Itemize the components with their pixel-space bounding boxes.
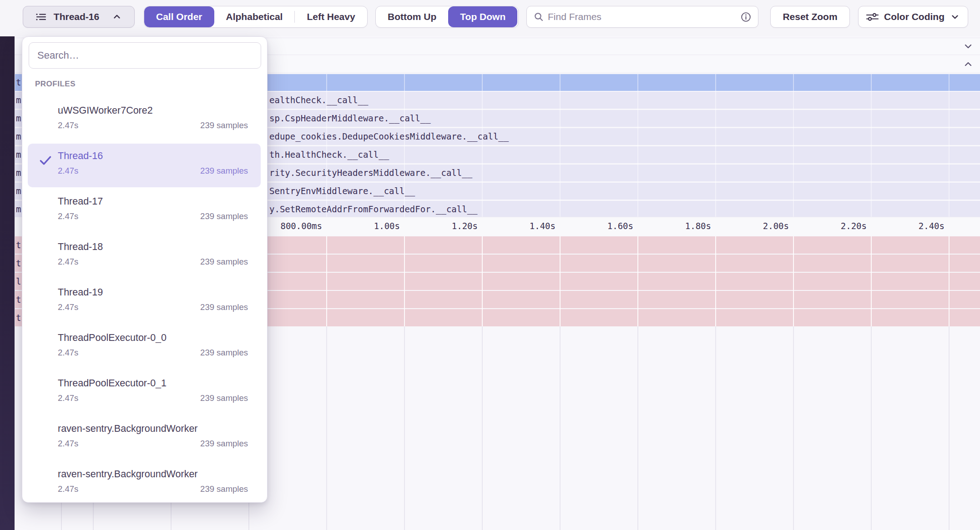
profile-option-name: Thread-17 (58, 196, 248, 207)
profiles-section-label: PROFILES (35, 80, 76, 89)
frame-text-fragment: l (16, 273, 21, 290)
profile-option-duration: 2.47s (58, 257, 78, 267)
profile-option-samples: 239 samples (200, 393, 248, 403)
profile-option[interactable]: uWSGIWorker7Core2 2.47s 239 samples (28, 98, 261, 142)
profile-option-name: Thread-19 (58, 287, 248, 298)
frame-text-fragment: m (16, 146, 21, 163)
profile-option-duration: 2.47s (58, 211, 78, 221)
frame-text: rity.SecurityHeadersMiddleware.__call__ (269, 165, 472, 181)
frame-text-fragment: m (16, 165, 21, 181)
profile-option-duration: 2.47s (58, 120, 78, 130)
axis-tick-label: 2.00s (707, 221, 789, 231)
profile-option-samples: 239 samples (200, 257, 248, 267)
profile-option-name: Thread-18 (58, 241, 248, 253)
profile-option-duration: 2.47s (58, 439, 78, 449)
frame-text-fragment: t (16, 255, 21, 272)
list-icon (35, 11, 47, 22)
profile-option-duration: 2.47s (58, 393, 78, 403)
flamegraph-toolbar: Thread-16 Call Order Alphabetical Left H… (0, 0, 980, 36)
profile-option[interactable]: ThreadPoolExecutor-0_0 2.47s 239 samples (28, 325, 261, 369)
chevron-up-icon[interactable] (963, 59, 974, 70)
chevron-up-icon (112, 12, 122, 22)
dropdown-search-box (29, 42, 261, 69)
reset-zoom-label: Reset Zoom (783, 11, 837, 22)
profile-option-samples: 239 samples (200, 348, 248, 358)
frame-text-fragment: m (16, 183, 21, 200)
profile-option-samples: 239 samples (200, 166, 248, 176)
profiling-flamegraph-screen: t m ealthCheck.__call__ m sp.CspHeaderMi… (0, 0, 980, 530)
sliders-icon (866, 11, 879, 22)
color-coding-button[interactable]: Color Coding (858, 6, 968, 28)
frame-text-fragment: t (16, 309, 21, 326)
app-sidebar-edge (0, 0, 15, 530)
checkmark-icon (38, 153, 53, 170)
chevron-down-icon[interactable] (963, 41, 974, 52)
frame-text-fragment: t (16, 236, 21, 254)
axis-tick-label: 2.20s (785, 221, 867, 231)
profile-option-samples: 239 samples (200, 211, 248, 221)
thread-dropdown-panel: PROFILES uWSGIWorker7Core2 2.47s 239 sam… (22, 36, 268, 503)
sort-alphabetical-button[interactable]: Alphabetical (214, 6, 295, 27)
profile-option-duration: 2.47s (58, 302, 78, 312)
profile-option-duration: 2.47s (58, 348, 78, 358)
profile-option[interactable]: Thread-17 2.47s 239 samples (28, 189, 261, 233)
thread-selector-label: Thread-16 (54, 11, 99, 22)
profile-option[interactable]: ThreadPoolExecutor-0_1 2.47s 239 samples (28, 371, 261, 415)
frame-text: edupe_cookies.DedupeCookiesMiddleware.__… (269, 128, 509, 145)
sort-call-order-button[interactable]: Call Order (144, 6, 214, 27)
view-mode-segmented-control: Bottom Up Top Down (375, 6, 519, 28)
reset-zoom-button[interactable]: Reset Zoom (770, 6, 850, 28)
profile-option-name: raven-sentry.BackgroundWorker (58, 423, 248, 435)
frame-text: ealthCheck.__call__ (269, 92, 368, 109)
axis-tick-label: 1.40s (474, 221, 556, 231)
frame-text-fragment: m (16, 92, 21, 109)
frame-text-fragment: m (16, 110, 21, 127)
axis-tick-label: 1.80s (629, 221, 711, 231)
profile-option-samples: 239 samples (200, 439, 248, 449)
frame-text: y.SetRemoteAddrFromForwardedFor.__call__ (269, 201, 478, 218)
profile-option[interactable]: raven-sentry.BackgroundWorker 2.47s 239 … (28, 462, 261, 503)
axis-tick-label: 1.60s (551, 221, 633, 231)
dropdown-search-input[interactable] (29, 50, 261, 61)
profile-option-name: raven-sentry.BackgroundWorker (58, 469, 248, 480)
frame-text-fragment: m (16, 128, 21, 145)
profile-option-name: ThreadPoolExecutor-0_1 (58, 378, 248, 389)
sort-mode-segmented-control: Call Order Alphabetical Left Heavy (144, 6, 368, 28)
frame-text: th.HealthCheck.__call__ (269, 146, 389, 163)
profile-option-samples: 239 samples (200, 484, 248, 494)
frame-text-fragment: m (16, 201, 21, 218)
profile-option[interactable]: Thread-19 2.47s 239 samples (28, 280, 261, 324)
chevron-down-icon (950, 12, 960, 22)
profile-option-duration: 2.47s (58, 166, 78, 176)
frame-text: SentryEnvMiddleware.__call__ (269, 183, 415, 200)
profile-option[interactable]: Thread-18 2.47s 239 samples (28, 235, 261, 278)
profile-option-duration: 2.47s (58, 484, 78, 494)
axis-tick-label: 2.40s (863, 221, 945, 231)
view-bottom-up-button[interactable]: Bottom Up (376, 6, 448, 27)
color-coding-label: Color Coding (884, 11, 945, 22)
axis-tick-label: 1.20s (396, 221, 478, 231)
profile-option-selected[interactable]: Thread-16 2.47s 239 samples (28, 144, 261, 187)
find-frames-search (526, 6, 758, 28)
frame-text: sp.CspHeaderMiddleware.__call__ (269, 110, 431, 127)
sort-left-heavy-button[interactable]: Left Heavy (295, 6, 367, 27)
info-icon[interactable] (740, 11, 752, 23)
axis-tick-label: 1.00s (318, 221, 400, 231)
search-icon (533, 11, 544, 22)
profile-option-samples: 239 samples (200, 302, 248, 312)
frame-text-fragment: t (16, 74, 21, 91)
profile-option-name: Thread-16 (58, 150, 248, 162)
profile-option-name: uWSGIWorker7Core2 (58, 105, 248, 116)
profile-option[interactable]: raven-sentry.BackgroundWorker 2.47s 239 … (28, 416, 261, 460)
view-top-down-button[interactable]: Top Down (448, 6, 517, 27)
thread-selector-button[interactable]: Thread-16 (23, 6, 135, 28)
profile-option-samples: 239 samples (200, 120, 248, 130)
find-frames-input[interactable] (544, 11, 740, 22)
profile-option-name: ThreadPoolExecutor-0_0 (58, 332, 248, 344)
frame-text-fragment: t (16, 291, 21, 308)
